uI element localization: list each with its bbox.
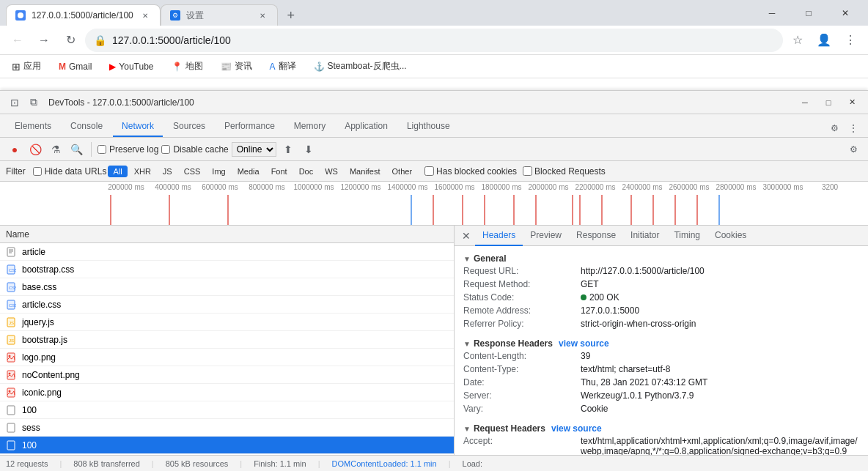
filter-other[interactable]: Other (387, 166, 418, 177)
close-button[interactable]: ✕ (828, 1, 862, 25)
devtools-undock-icon[interactable]: ⧉ (25, 94, 43, 111)
tab-close-settings[interactable]: ✕ (257, 10, 268, 21)
filter-media[interactable]: Media (232, 166, 265, 177)
filter-font[interactable]: Font (266, 166, 293, 177)
devtools-settings-button[interactable]: ⚙ (825, 119, 843, 137)
menu-button[interactable]: ⋮ (839, 29, 862, 52)
bookmark-translate[interactable]: A 翻译 (264, 59, 302, 74)
clear-button[interactable]: 🚫 (26, 141, 44, 158)
details-tabs: ✕ Headers Preview Response Initiator Tim… (455, 226, 868, 246)
tl-label-4: 800000 ms (243, 183, 290, 191)
file-item-sess[interactable]: sess (0, 419, 454, 437)
file-item-base-css[interactable]: CSS base.css (0, 278, 454, 296)
back-button[interactable]: ← (6, 29, 29, 52)
bookmark-maps[interactable]: 📍 地图 (166, 59, 209, 74)
devtools-more-button[interactable]: ⋮ (845, 119, 862, 137)
tl-label-12: 2400000 ms (619, 183, 666, 191)
blocked-cookies-checkbox[interactable]: Has blocked cookies (424, 166, 517, 177)
tl-label-7: 1400000 ms (384, 183, 431, 191)
detail-tab-timing[interactable]: Timing (666, 226, 707, 246)
tab-elements[interactable]: Elements (6, 116, 60, 137)
bookmark-star-button[interactable]: ☆ (786, 29, 809, 52)
tab-lighthouse[interactable]: Lighthouse (398, 116, 459, 137)
devtools-minimize-button[interactable]: ─ (795, 95, 815, 110)
forward-button[interactable]: → (32, 29, 56, 52)
vary-value: Cookie (581, 404, 859, 415)
bookmark-youtube[interactable]: ▶ YouTube (103, 60, 159, 73)
tab-console[interactable]: Console (62, 116, 111, 137)
filter-manifest[interactable]: Manifest (345, 166, 386, 177)
filter-doc[interactable]: Doc (294, 166, 319, 177)
timeline-bar-7 (484, 195, 485, 225)
file-item-nocontent-png[interactable]: noContent.png (0, 366, 454, 384)
detail-tab-headers[interactable]: Headers (475, 226, 523, 246)
tab-inactive[interactable]: ⚙ 设置 ✕ (161, 4, 278, 26)
tab-sources[interactable]: Sources (164, 116, 214, 137)
file-item-100-2-selected[interactable]: 100 (0, 437, 454, 454)
file-item-bootstrap-css[interactable]: CSS bootstrap.css (0, 261, 454, 278)
filter-ws[interactable]: WS (320, 166, 343, 177)
server-key: Server: (463, 390, 581, 402)
status-sep-3: | (240, 459, 242, 468)
disable-cache-checkbox[interactable]: Disable cache (161, 144, 228, 155)
hide-data-urls-checkbox[interactable]: Hide data URLs (33, 166, 107, 177)
file-item-article-css[interactable]: CSS article.css (0, 296, 454, 314)
filter-xhr[interactable]: XHR (129, 166, 156, 177)
detail-tab-preview[interactable]: Preview (523, 226, 569, 246)
file-item-article[interactable]: article (0, 243, 454, 261)
devtools-dock-icon[interactable]: ⊡ (6, 94, 23, 111)
filter-css[interactable]: CSS (179, 166, 206, 177)
tab-application[interactable]: Application (336, 116, 397, 137)
maximize-button[interactable]: □ (792, 1, 825, 25)
details-panel: ✕ Headers Preview Response Initiator Tim… (455, 226, 868, 455)
detail-tab-response[interactable]: Response (569, 226, 623, 246)
status-code-row: Status Code: 200 OK (463, 292, 859, 305)
devtools-close-button[interactable]: ✕ (842, 95, 862, 110)
file-item-logo-png[interactable]: logo.png (0, 349, 454, 366)
filter-button[interactable]: ⚗ (47, 141, 65, 158)
filter-all[interactable]: All (108, 166, 127, 177)
svg-text:CSS: CSS (9, 303, 16, 308)
devtools-maximize-button[interactable]: □ (818, 95, 839, 110)
throttle-select[interactable]: Online (232, 142, 276, 157)
request-url-key: Request URL: (463, 266, 581, 278)
bookmark-apps[interactable]: ⊞ 应用 (6, 59, 47, 74)
bookmark-steamboat[interactable]: ⚓ Steamboat-反爬虫... (308, 59, 413, 74)
dom-content-loaded[interactable]: DOMContentLoaded: 1.1 min (332, 459, 437, 468)
file-item-100-1[interactable]: 100 (0, 401, 454, 419)
status-sep-4: | (318, 459, 320, 468)
tab-memory[interactable]: Memory (285, 116, 334, 137)
tab-performance[interactable]: Performance (216, 116, 284, 137)
address-bar[interactable]: 🔒 127.0.0.1:5000/article/100 (85, 29, 783, 52)
request-headers-view-source[interactable]: view source (551, 423, 602, 434)
file-item-iconic-png[interactable]: iconic.png (0, 384, 454, 401)
svg-point-0 (18, 12, 23, 18)
download-button[interactable]: ⬇ (300, 141, 317, 158)
details-close-button[interactable]: ✕ (457, 227, 475, 245)
filter-js[interactable]: JS (158, 166, 177, 177)
refresh-button[interactable]: ↻ (59, 29, 82, 52)
minimize-button[interactable]: ─ (755, 1, 789, 25)
network-settings-button[interactable]: ⚙ (845, 141, 862, 158)
upload-button[interactable]: ⬆ (279, 141, 297, 158)
detail-tab-cookies[interactable]: Cookies (707, 226, 754, 246)
blocked-requests-checkbox[interactable]: Blocked Requests (523, 166, 606, 177)
profile-button[interactable]: 👤 (812, 29, 836, 52)
devtools-panel: ⊡ ⧉ DevTools - 127.0.0.1:5000/article/10… (0, 90, 868, 471)
response-headers-view-source[interactable]: view source (559, 338, 609, 349)
bookmark-news[interactable]: 📰 资讯 (215, 59, 258, 74)
tab-active[interactable]: 127.0.0.1:5000/article/100 ✕ (6, 4, 161, 26)
preserve-log-checkbox[interactable]: Preserve log (98, 144, 158, 155)
file-item-bootstrap-js[interactable]: JS bootstrap.js (0, 331, 454, 349)
detail-tab-initiator[interactable]: Initiator (623, 226, 666, 246)
search-button[interactable]: 🔍 (67, 141, 85, 158)
bookmark-gmail[interactable]: M Gmail (53, 60, 98, 73)
filter-img[interactable]: Img (207, 166, 230, 177)
tab-close-active[interactable]: ✕ (139, 10, 151, 21)
js-icon-jquery: JS (6, 317, 16, 327)
record-button[interactable]: ● (6, 141, 23, 158)
tab-network[interactable]: Network (113, 116, 163, 137)
file-item-jquery-js[interactable]: JS jquery.js (0, 314, 454, 331)
new-tab-button[interactable]: + (281, 5, 301, 26)
referrer-policy-row: Referrer Policy: strict-origin-when-cros… (463, 318, 859, 331)
